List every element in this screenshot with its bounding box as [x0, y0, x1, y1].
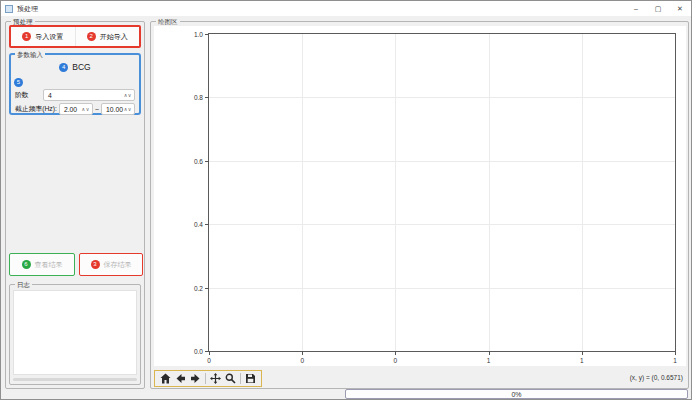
plot-toolbar — [154, 370, 262, 387]
plot-axes[interactable]: 0001111.00.80.60.40.20.0 — [208, 33, 676, 352]
order-value: 4 — [48, 92, 124, 99]
order-label: 阶数 — [15, 90, 41, 100]
log-horizontal-scrollbar[interactable] — [13, 378, 137, 381]
y-tick-label: 0.6 — [194, 157, 203, 164]
x-tick-label: 1 — [580, 357, 584, 364]
range-separator: ~ — [95, 106, 99, 113]
order-spinbox[interactable]: 4 ∧∨ — [43, 89, 135, 101]
x-tick-label: 1 — [673, 357, 677, 364]
save-results-label: 保存结果 — [104, 260, 132, 270]
window-controls: – ▢ ✕ — [625, 1, 691, 16]
cutoff-low-value: 2.00 — [64, 106, 82, 113]
log-textarea[interactable] — [13, 290, 137, 375]
cutoff-row: 截止频率(Hz): 2.00 ∧∨ ~ 10.00 ∧∨ — [15, 103, 135, 115]
view-results-label: 查看结果 — [35, 260, 63, 270]
signal-type-label: BCG — [72, 62, 90, 72]
x-tick-mark — [395, 351, 396, 355]
titlebar: 预处理 – ▢ ✕ — [1, 1, 691, 16]
toolbar-separator — [240, 373, 241, 384]
back-icon[interactable] — [175, 373, 186, 384]
import-buttons-highlight: 1 导入设置 2 开始导入 — [9, 25, 141, 48]
import-settings-label: 导入设置 — [35, 32, 63, 42]
y-tick-label: 0.2 — [194, 284, 203, 291]
toolbar-separator — [205, 373, 206, 384]
x-tick-label: 0 — [207, 357, 211, 364]
forward-icon[interactable] — [190, 373, 201, 384]
plot-canvas[interactable]: 0001111.00.80.60.40.20.0 — [154, 26, 686, 366]
x-tick-mark — [302, 351, 303, 355]
log-group-label: 日志 — [15, 280, 32, 289]
step-badge-2: 2 — [87, 32, 96, 41]
y-tick-mark — [205, 34, 209, 35]
home-icon[interactable] — [160, 373, 171, 384]
x-tick-mark — [489, 351, 490, 355]
gridline-vertical — [582, 34, 583, 351]
parameter-input-group: 参数输入 4 BCG 5 阶数 4 ∧∨ 截止频率(Hz): 2.00 ∧∨ ~ — [9, 53, 141, 115]
x-tick-label: 1 — [487, 357, 491, 364]
gridline-vertical — [395, 34, 396, 351]
cutoff-high-spinbox[interactable]: 10.00 ∧∨ — [101, 103, 135, 115]
gridline-horizontal — [209, 224, 675, 225]
y-tick-label: 0.0 — [194, 348, 203, 355]
close-icon[interactable]: ✕ — [669, 1, 691, 16]
start-import-button[interactable]: 2 开始导入 — [76, 27, 140, 46]
save-results-button[interactable]: 3 保存结果 — [79, 253, 143, 276]
parameter-group-label: 参数输入 — [15, 50, 45, 59]
signal-type-row: 4 BCG — [11, 62, 139, 72]
y-tick-mark — [205, 97, 209, 98]
cursor-coordinates-readout: (x, y) = (0, 0.6571) — [630, 374, 683, 381]
app-window: 预处理 – ▢ ✕ 预处理 1 导入设置 2 开始导入 参数输入 4 BCG — [0, 0, 692, 400]
plot-panel-label: 绘图区 — [156, 17, 180, 26]
pan-icon[interactable] — [210, 373, 221, 384]
cutoff-label: 截止频率(Hz): — [15, 104, 57, 114]
step-badge-3: 3 — [91, 260, 100, 269]
x-tick-label: 0 — [394, 357, 398, 364]
gridline-horizontal — [209, 97, 675, 98]
step-badge-1: 1 — [22, 32, 31, 41]
preprocess-panel: 预处理 1 导入设置 2 开始导入 参数输入 4 BCG 5 阶数 4 ∧ — [5, 21, 145, 389]
view-results-button[interactable]: 6 查看结果 — [9, 253, 75, 276]
y-tick-label: 1.0 — [194, 31, 203, 38]
step-badge-4: 4 — [59, 63, 68, 72]
spin-up-down-icon[interactable]: ∧∨ — [124, 106, 132, 112]
x-tick-mark — [582, 351, 583, 355]
spin-up-down-icon[interactable]: ∧∨ — [82, 106, 90, 112]
progress-bar: 0% — [345, 389, 688, 399]
gridline-horizontal — [209, 161, 675, 162]
x-tick-mark — [209, 351, 210, 355]
log-group: 日志 — [9, 284, 141, 385]
minimize-icon[interactable]: – — [625, 1, 647, 16]
y-tick-mark — [205, 288, 209, 289]
y-tick-mark — [205, 224, 209, 225]
y-tick-label: 0.4 — [194, 221, 203, 228]
y-tick-label: 0.8 — [194, 94, 203, 101]
plot-panel: 绘图区 0001111.00.80.60.40.20.0 — [150, 21, 689, 389]
gridline-vertical — [302, 34, 303, 351]
import-settings-button[interactable]: 1 导入设置 — [11, 27, 75, 46]
start-import-label: 开始导入 — [100, 32, 128, 42]
step-badge-6: 6 — [22, 260, 31, 269]
zoom-icon[interactable] — [225, 373, 236, 384]
x-tick-label: 0 — [300, 357, 304, 364]
gridline-horizontal — [209, 288, 675, 289]
cutoff-high-value: 10.00 — [106, 106, 124, 113]
step-badge-5: 5 — [14, 78, 23, 87]
y-tick-mark — [205, 351, 209, 352]
save-icon[interactable] — [245, 373, 256, 384]
maximize-icon[interactable]: ▢ — [647, 1, 669, 16]
gridline-vertical — [489, 34, 490, 351]
window-title: 预处理 — [17, 4, 38, 14]
order-row: 阶数 4 ∧∨ — [15, 89, 135, 101]
y-tick-mark — [205, 161, 209, 162]
x-tick-mark — [675, 351, 676, 355]
progress-percentage: 0% — [346, 390, 687, 398]
app-icon — [5, 5, 13, 13]
cutoff-low-spinbox[interactable]: 2.00 ∧∨ — [59, 103, 93, 115]
spin-up-down-icon[interactable]: ∧∨ — [124, 92, 132, 98]
